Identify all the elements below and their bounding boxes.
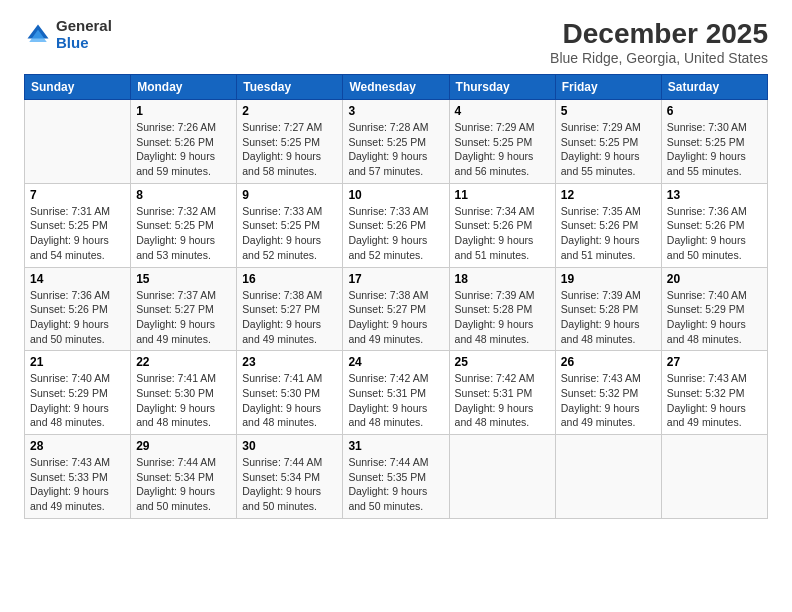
day-info: Sunrise: 7:40 AM Sunset: 5:29 PM Dayligh… [30,371,125,430]
day-info: Sunrise: 7:41 AM Sunset: 5:30 PM Dayligh… [242,371,337,430]
title-area: December 2025 Blue Ridge, Georgia, Unite… [550,18,768,66]
weekday-header-saturday: Saturday [661,75,767,100]
day-info: Sunrise: 7:44 AM Sunset: 5:35 PM Dayligh… [348,455,443,514]
day-cell: 1Sunrise: 7:26 AM Sunset: 5:26 PM Daylig… [131,100,237,184]
day-cell: 20Sunrise: 7:40 AM Sunset: 5:29 PM Dayli… [661,267,767,351]
day-cell: 16Sunrise: 7:38 AM Sunset: 5:27 PM Dayli… [237,267,343,351]
day-number: 22 [136,355,231,369]
day-number: 8 [136,188,231,202]
day-number: 21 [30,355,125,369]
day-cell: 9Sunrise: 7:33 AM Sunset: 5:25 PM Daylig… [237,183,343,267]
day-info: Sunrise: 7:43 AM Sunset: 5:32 PM Dayligh… [561,371,656,430]
day-number: 14 [30,272,125,286]
day-number: 11 [455,188,550,202]
day-info: Sunrise: 7:31 AM Sunset: 5:25 PM Dayligh… [30,204,125,263]
day-cell: 3Sunrise: 7:28 AM Sunset: 5:25 PM Daylig… [343,100,449,184]
weekday-header-tuesday: Tuesday [237,75,343,100]
day-number: 18 [455,272,550,286]
day-info: Sunrise: 7:43 AM Sunset: 5:33 PM Dayligh… [30,455,125,514]
day-info: Sunrise: 7:33 AM Sunset: 5:26 PM Dayligh… [348,204,443,263]
week-row-1: 1Sunrise: 7:26 AM Sunset: 5:26 PM Daylig… [25,100,768,184]
day-number: 6 [667,104,762,118]
day-info: Sunrise: 7:28 AM Sunset: 5:25 PM Dayligh… [348,120,443,179]
day-cell: 6Sunrise: 7:30 AM Sunset: 5:25 PM Daylig… [661,100,767,184]
day-number: 29 [136,439,231,453]
page: General Blue December 2025 Blue Ridge, G… [0,0,792,612]
day-cell: 25Sunrise: 7:42 AM Sunset: 5:31 PM Dayli… [449,351,555,435]
day-info: Sunrise: 7:41 AM Sunset: 5:30 PM Dayligh… [136,371,231,430]
logo-general: General [56,17,112,34]
day-cell: 10Sunrise: 7:33 AM Sunset: 5:26 PM Dayli… [343,183,449,267]
day-info: Sunrise: 7:38 AM Sunset: 5:27 PM Dayligh… [242,288,337,347]
day-cell: 30Sunrise: 7:44 AM Sunset: 5:34 PM Dayli… [237,435,343,519]
day-number: 10 [348,188,443,202]
day-cell: 18Sunrise: 7:39 AM Sunset: 5:28 PM Dayli… [449,267,555,351]
weekday-header-monday: Monday [131,75,237,100]
day-cell: 2Sunrise: 7:27 AM Sunset: 5:25 PM Daylig… [237,100,343,184]
day-cell: 22Sunrise: 7:41 AM Sunset: 5:30 PM Dayli… [131,351,237,435]
day-number: 19 [561,272,656,286]
day-cell [555,435,661,519]
day-number: 30 [242,439,337,453]
day-cell: 7Sunrise: 7:31 AM Sunset: 5:25 PM Daylig… [25,183,131,267]
day-number: 1 [136,104,231,118]
day-cell: 19Sunrise: 7:39 AM Sunset: 5:28 PM Dayli… [555,267,661,351]
day-number: 20 [667,272,762,286]
day-number: 28 [30,439,125,453]
day-cell: 24Sunrise: 7:42 AM Sunset: 5:31 PM Dayli… [343,351,449,435]
week-row-2: 7Sunrise: 7:31 AM Sunset: 5:25 PM Daylig… [25,183,768,267]
day-info: Sunrise: 7:33 AM Sunset: 5:25 PM Dayligh… [242,204,337,263]
main-title: December 2025 [550,18,768,50]
weekday-header-row: SundayMondayTuesdayWednesdayThursdayFrid… [25,75,768,100]
day-cell: 14Sunrise: 7:36 AM Sunset: 5:26 PM Dayli… [25,267,131,351]
calendar: SundayMondayTuesdayWednesdayThursdayFrid… [24,74,768,519]
day-number: 27 [667,355,762,369]
day-number: 9 [242,188,337,202]
day-info: Sunrise: 7:29 AM Sunset: 5:25 PM Dayligh… [455,120,550,179]
calendar-body: 1Sunrise: 7:26 AM Sunset: 5:26 PM Daylig… [25,100,768,519]
day-cell: 11Sunrise: 7:34 AM Sunset: 5:26 PM Dayli… [449,183,555,267]
day-info: Sunrise: 7:26 AM Sunset: 5:26 PM Dayligh… [136,120,231,179]
day-number: 13 [667,188,762,202]
day-number: 23 [242,355,337,369]
day-info: Sunrise: 7:30 AM Sunset: 5:25 PM Dayligh… [667,120,762,179]
weekday-header-friday: Friday [555,75,661,100]
day-info: Sunrise: 7:34 AM Sunset: 5:26 PM Dayligh… [455,204,550,263]
day-cell: 28Sunrise: 7:43 AM Sunset: 5:33 PM Dayli… [25,435,131,519]
day-info: Sunrise: 7:29 AM Sunset: 5:25 PM Dayligh… [561,120,656,179]
day-cell [25,100,131,184]
logo: General Blue [24,18,112,51]
week-row-4: 21Sunrise: 7:40 AM Sunset: 5:29 PM Dayli… [25,351,768,435]
day-info: Sunrise: 7:40 AM Sunset: 5:29 PM Dayligh… [667,288,762,347]
day-info: Sunrise: 7:36 AM Sunset: 5:26 PM Dayligh… [30,288,125,347]
day-number: 17 [348,272,443,286]
day-cell: 15Sunrise: 7:37 AM Sunset: 5:27 PM Dayli… [131,267,237,351]
day-info: Sunrise: 7:44 AM Sunset: 5:34 PM Dayligh… [242,455,337,514]
week-row-3: 14Sunrise: 7:36 AM Sunset: 5:26 PM Dayli… [25,267,768,351]
day-cell: 12Sunrise: 7:35 AM Sunset: 5:26 PM Dayli… [555,183,661,267]
day-info: Sunrise: 7:37 AM Sunset: 5:27 PM Dayligh… [136,288,231,347]
calendar-header: SundayMondayTuesdayWednesdayThursdayFrid… [25,75,768,100]
logo-icon [24,21,52,49]
day-number: 16 [242,272,337,286]
day-number: 2 [242,104,337,118]
day-number: 24 [348,355,443,369]
day-number: 5 [561,104,656,118]
day-number: 26 [561,355,656,369]
day-cell: 26Sunrise: 7:43 AM Sunset: 5:32 PM Dayli… [555,351,661,435]
day-info: Sunrise: 7:43 AM Sunset: 5:32 PM Dayligh… [667,371,762,430]
day-info: Sunrise: 7:35 AM Sunset: 5:26 PM Dayligh… [561,204,656,263]
day-cell: 31Sunrise: 7:44 AM Sunset: 5:35 PM Dayli… [343,435,449,519]
header-area: General Blue December 2025 Blue Ridge, G… [24,18,768,66]
weekday-header-wednesday: Wednesday [343,75,449,100]
day-info: Sunrise: 7:42 AM Sunset: 5:31 PM Dayligh… [455,371,550,430]
day-number: 12 [561,188,656,202]
day-cell: 17Sunrise: 7:38 AM Sunset: 5:27 PM Dayli… [343,267,449,351]
day-cell [661,435,767,519]
day-cell: 21Sunrise: 7:40 AM Sunset: 5:29 PM Dayli… [25,351,131,435]
subtitle: Blue Ridge, Georgia, United States [550,50,768,66]
weekday-header-sunday: Sunday [25,75,131,100]
day-number: 3 [348,104,443,118]
day-number: 4 [455,104,550,118]
day-info: Sunrise: 7:44 AM Sunset: 5:34 PM Dayligh… [136,455,231,514]
